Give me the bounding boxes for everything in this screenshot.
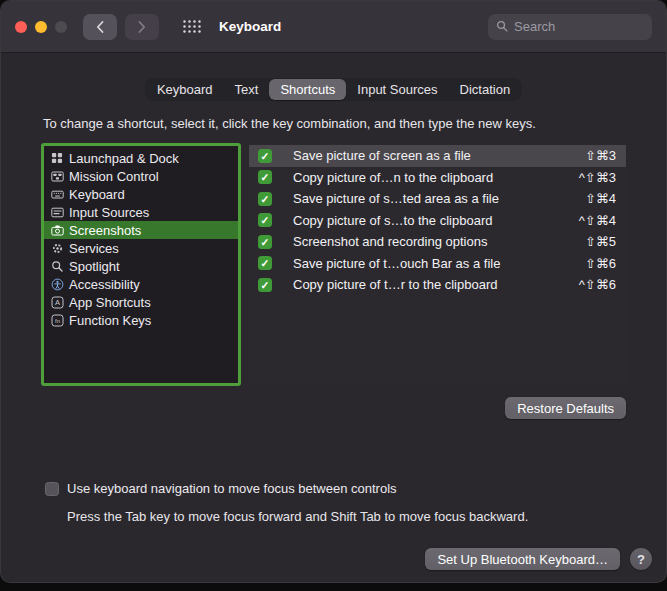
minimize-button[interactable]: [35, 21, 47, 33]
shortcut-key-combo[interactable]: ^⇧⌘4: [579, 213, 616, 228]
shortcut-label: Copy picture of s…to the clipboard: [293, 213, 579, 228]
shortcut-label: Screenshot and recording options: [293, 234, 585, 249]
sidebar-item-label: App Shortcuts: [69, 295, 151, 310]
shortcut-label: Save picture of t…ouch Bar as a file: [293, 256, 585, 271]
restore-defaults-button[interactable]: Restore Defaults: [505, 397, 626, 419]
show-all-button[interactable]: [179, 14, 205, 40]
system-preferences-window: Keyboard Keyboard Text Shortcuts Input S…: [0, 0, 667, 583]
shortcut-checkbox[interactable]: [258, 278, 272, 292]
help-button[interactable]: ?: [630, 548, 652, 570]
grid-icon: [183, 20, 201, 33]
tab-text[interactable]: Text: [224, 79, 270, 100]
mission-control-icon: [50, 170, 64, 183]
sidebar-item-label: Screenshots: [69, 223, 141, 238]
sidebar-item-label: Services: [69, 241, 119, 256]
shortcut-row-save-selected-area-as-file[interactable]: Save picture of s…ted area as a file ⇧⌘4: [249, 188, 626, 210]
sidebar-item-label: Function Keys: [69, 313, 151, 328]
chevron-left-icon: [96, 21, 104, 33]
traffic-lights: [15, 21, 67, 33]
tab-keyboard[interactable]: Keyboard: [146, 79, 224, 100]
sidebar-item-screenshots[interactable]: Screenshots: [44, 221, 238, 239]
keyboard-icon: [50, 188, 64, 201]
shortcut-row-copy-touchbar-to-clipboard[interactable]: Copy picture of t…r to the clipboard ^⇧⌘…: [249, 274, 626, 296]
fn-icon: fn: [50, 314, 64, 327]
sidebar-item-function-keys[interactable]: fn Function Keys: [44, 311, 238, 329]
zoom-button-disabled: [55, 21, 67, 33]
sidebar-item-keyboard[interactable]: Keyboard: [44, 185, 238, 203]
keyboard-navigation-checkbox[interactable]: [45, 482, 59, 496]
search-icon: [496, 20, 509, 33]
sidebar-item-label: Spotlight: [69, 259, 120, 274]
app-shortcuts-icon: A: [50, 296, 64, 309]
sidebar-item-label: Launchpad & Dock: [69, 151, 179, 166]
shortcut-list: Save picture of screen as a file ⇧⌘3 Cop…: [249, 143, 626, 386]
shortcut-row-save-screen-as-file[interactable]: Save picture of screen as a file ⇧⌘3: [249, 145, 626, 167]
shortcut-checkbox[interactable]: [258, 149, 272, 163]
sidebar-item-accessibility[interactable]: Accessibility: [44, 275, 238, 293]
sidebar-item-label: Input Sources: [69, 205, 149, 220]
shortcut-key-combo[interactable]: ⇧⌘3: [585, 148, 616, 163]
window-title: Keyboard: [219, 19, 281, 34]
keyboard-navigation-section: Use keyboard navigation to move focus be…: [45, 481, 626, 524]
shortcut-checkbox[interactable]: [258, 192, 272, 206]
keyboard-navigation-description: Press the Tab key to move focus forward …: [67, 509, 626, 524]
shortcut-key-combo[interactable]: ⇧⌘6: [585, 256, 616, 271]
tab-shortcuts[interactable]: Shortcuts: [269, 79, 346, 100]
shortcut-row-save-touchbar-as-file[interactable]: Save picture of t…ouch Bar as a file ⇧⌘6: [249, 253, 626, 275]
shortcut-label: Copy picture of…n to the clipboard: [293, 170, 579, 185]
screenshots-icon: [50, 224, 64, 237]
accessibility-icon: [50, 278, 64, 291]
footer: Set Up Bluetooth Keyboard… ?: [425, 548, 652, 570]
shortcut-label: Copy picture of t…r to the clipboard: [293, 277, 579, 292]
shortcut-categories-list: Launchpad & Dock Mission Control Keyboar…: [41, 143, 241, 386]
tab-bar: Keyboard Text Shortcuts Input Sources Di…: [1, 78, 666, 101]
shortcut-checkbox[interactable]: [258, 235, 272, 249]
shortcut-checkbox[interactable]: [258, 170, 272, 184]
shortcut-key-combo[interactable]: ^⇧⌘6: [579, 277, 616, 292]
shortcut-key-combo[interactable]: ^⇧⌘3: [579, 170, 616, 185]
shortcut-key-combo[interactable]: ⇧⌘4: [585, 191, 616, 206]
tab-dictation[interactable]: Dictation: [449, 79, 522, 100]
launchpad-dock-icon: [50, 152, 64, 165]
sidebar-item-mission-control[interactable]: Mission Control: [44, 167, 238, 185]
services-gear-icon: [50, 242, 64, 255]
spotlight-icon: [50, 260, 64, 273]
sidebar-item-label: Mission Control: [69, 169, 159, 184]
search-field[interactable]: [488, 14, 652, 40]
close-button[interactable]: [15, 21, 27, 33]
sidebar-item-spotlight[interactable]: Spotlight: [44, 257, 238, 275]
shortcut-row-screenshot-recording-options[interactable]: Screenshot and recording options ⇧⌘5: [249, 231, 626, 253]
forward-button[interactable]: [125, 14, 159, 40]
titlebar: Keyboard: [1, 1, 666, 53]
input-sources-icon: [50, 206, 64, 219]
shortcut-checkbox[interactable]: [258, 256, 272, 270]
shortcut-checkbox[interactable]: [258, 213, 272, 227]
svg-text:fn: fn: [54, 318, 59, 324]
shortcut-label: Save picture of screen as a file: [293, 148, 585, 163]
chevron-right-icon: [138, 21, 146, 33]
sidebar-item-app-shortcuts[interactable]: A App Shortcuts: [44, 293, 238, 311]
sidebar-item-label: Keyboard: [69, 187, 125, 202]
sidebar-item-services[interactable]: Services: [44, 239, 238, 257]
shortcut-row-copy-selected-area-to-clipboard[interactable]: Copy picture of s…to the clipboard ^⇧⌘4: [249, 210, 626, 232]
sidebar-item-launchpad-dock[interactable]: Launchpad & Dock: [44, 149, 238, 167]
setup-bluetooth-keyboard-button[interactable]: Set Up Bluetooth Keyboard…: [425, 548, 620, 570]
tab-input-sources[interactable]: Input Sources: [346, 79, 448, 100]
keyboard-navigation-label: Use keyboard navigation to move focus be…: [67, 481, 397, 496]
search-input[interactable]: [514, 19, 644, 34]
shortcut-row-copy-screen-to-clipboard[interactable]: Copy picture of…n to the clipboard ^⇧⌘3: [249, 167, 626, 189]
shortcuts-panes: Launchpad & Dock Mission Control Keyboar…: [41, 143, 626, 386]
shortcut-key-combo[interactable]: ⇧⌘5: [585, 234, 616, 249]
svg-text:A: A: [54, 298, 59, 307]
back-button[interactable]: [83, 14, 117, 40]
instruction-text: To change a shortcut, select it, click t…: [43, 116, 626, 131]
sidebar-item-label: Accessibility: [69, 277, 140, 292]
shortcut-label: Save picture of s…ted area as a file: [293, 191, 585, 206]
sidebar-item-input-sources[interactable]: Input Sources: [44, 203, 238, 221]
